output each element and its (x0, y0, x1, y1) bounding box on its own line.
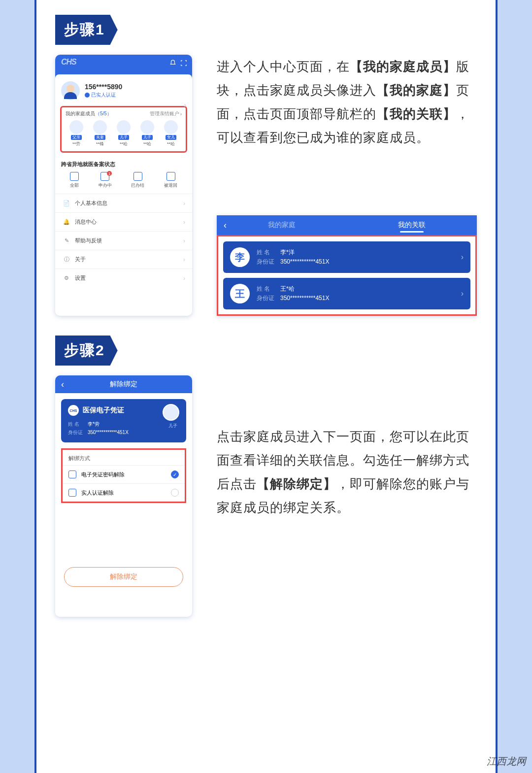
radio-icon[interactable] (171, 471, 179, 478)
family-member[interactable]: 父亲**劳 (66, 120, 87, 147)
step1-description: 进入个人中心页面，在【我的家庭成员】版块，点击家庭成员头像进入【我的家庭】页面，… (217, 55, 477, 203)
menu-icon: ✎ (63, 237, 70, 244)
lock-icon (68, 471, 76, 478)
tab-my-family[interactable]: 我的家庭 (217, 221, 347, 230)
chevron-right-icon[interactable]: › (184, 101, 186, 109)
step2-description: 点击家庭成员进入下一页面，您可以在此页面查看详细的关联信息。勾选任一解绑方式后点… (217, 375, 477, 617)
family-title: 我的家庭成员 (66, 111, 95, 116)
chs-icon: CHS (68, 405, 79, 416)
user-phone: 156****5890 (85, 83, 122, 91)
lock-icon (68, 489, 76, 497)
page-title: 解除绑定 (110, 380, 137, 389)
status-tab[interactable]: 已办结 (131, 172, 144, 189)
user-avatar[interactable] (61, 81, 80, 100)
step2-phone-screenshot: ‹ 解除绑定 CHS 医保电子凭证 姓 名李*劳 身份证350*********… (55, 375, 192, 617)
medical-card: CHS 医保电子凭证 姓 名李*劳 身份证350***********451X … (61, 399, 186, 442)
status-title: 跨省异地就医备案状态 (60, 159, 187, 172)
status-tab[interactable]: 被退回 (164, 172, 177, 189)
chevron-right-icon: › (183, 200, 185, 207)
family-member[interactable]: 儿子**哈 (113, 120, 134, 147)
family-count: （5/5） (95, 111, 112, 116)
family-member[interactable]: 女儿**哈 (160, 120, 182, 147)
association-card[interactable]: 李 姓 名李*洋 身份证350***********451X › (223, 241, 470, 273)
member-relation: 儿子 (168, 423, 177, 429)
tab-my-association[interactable]: 我的关联 (347, 221, 477, 230)
chs-logo: CHS (61, 58, 76, 67)
menu-item[interactable]: ⚙设置› (55, 269, 192, 287)
association-card[interactable]: 王 姓 名王*哈 身份证350***********451X › (223, 278, 470, 309)
chevron-right-icon: › (461, 253, 464, 262)
chevron-right-icon: › (183, 219, 185, 226)
surname-avatar: 李 (230, 247, 250, 267)
step2-badge: 步骤2 (55, 336, 118, 366)
bell-icon[interactable] (169, 60, 176, 67)
step1-phone-screenshot: CHS 156****5890 已实人认证 › 我的家庭成员（5/5） (55, 55, 192, 316)
menu-icon: 🔔 (63, 219, 70, 226)
member-avatar (163, 404, 179, 421)
my-association-screenshot: ‹ 我的家庭 我的关联 李 姓 名李*洋 身份证350***********45… (217, 215, 477, 316)
unbind-button[interactable]: 解除绑定 (64, 567, 183, 587)
radio-icon[interactable] (171, 489, 179, 497)
surname-avatar: 王 (230, 284, 250, 303)
menu-item[interactable]: ✎帮助与反馈› (55, 231, 192, 250)
menu-item[interactable]: 🔔消息中心› (55, 212, 192, 231)
family-member[interactable]: 儿子**哈 (136, 120, 158, 147)
unbind-option[interactable]: 实人认证解除 (63, 483, 185, 502)
menu-item[interactable]: ⓘ关于› (55, 250, 192, 269)
menu-item[interactable]: 📄个人基本信息› (55, 194, 192, 212)
back-icon[interactable]: ‹ (61, 379, 64, 390)
menu-icon: 📄 (63, 200, 70, 207)
unbind-method-title: 解绑方式 (63, 448, 185, 465)
chevron-right-icon: › (183, 275, 185, 282)
chevron-right-icon: › (183, 256, 185, 263)
manage-accounts-link[interactable]: 管理亲情账户› (150, 110, 182, 117)
status-tab[interactable]: 全部 (70, 172, 79, 189)
chevron-right-icon: › (461, 289, 464, 298)
status-tab[interactable]: 1申办中 (99, 172, 112, 189)
scan-icon[interactable] (180, 60, 187, 67)
unbind-option[interactable]: 电子凭证密码解除 (63, 465, 185, 483)
menu-icon: ⓘ (63, 256, 70, 263)
chevron-right-icon: › (183, 237, 185, 244)
step1-badge: 步骤1 (55, 15, 118, 45)
family-members-panel: 我的家庭成员（5/5） 管理亲情账户› 父亲**劳夫妻**锋儿子**哈儿子**哈… (60, 106, 187, 153)
menu-icon: ⚙ (63, 275, 70, 282)
family-member[interactable]: 夫妻**锋 (89, 120, 111, 147)
watermark: 江西龙网 (487, 755, 526, 768)
verified-badge: 已实人认证 (85, 92, 122, 99)
